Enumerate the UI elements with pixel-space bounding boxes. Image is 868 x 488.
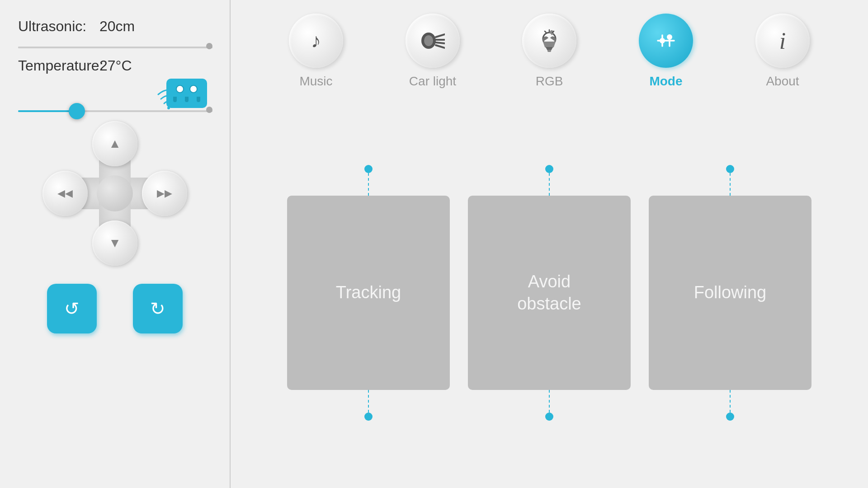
avoid-dot-top (545, 165, 553, 173)
avoid-line-top (549, 173, 550, 196)
turn-right-icon: ↻ (150, 298, 165, 319)
following-label: Following (694, 282, 767, 304)
down-arrow-icon: ▼ (108, 236, 121, 250)
tab-mode[interactable]: Mode (639, 14, 693, 89)
turn-left-icon: ↺ (64, 298, 80, 319)
left-arrow-icon: ◀◀ (57, 188, 73, 199)
following-line-bottom (730, 390, 731, 413)
music-icon: ♪ (311, 29, 321, 52)
avoid-obstacle-card-wrapper: Avoid obstacle (468, 165, 631, 421)
dpad: ▲ ▼ ◀◀ ▶▶ (42, 121, 187, 266)
svg-line-6 (436, 45, 445, 48)
avoid-dot-bottom (545, 413, 553, 421)
svg-line-3 (436, 34, 445, 37)
temperature-row: Temperature: 27°C (18, 57, 212, 74)
following-dot-bottom (726, 413, 734, 421)
about-icon: i (779, 28, 786, 54)
ultrasonic-row: Ultrasonic: 20cm (18, 18, 212, 35)
temperature-value: 27°C (99, 57, 132, 74)
tab-about[interactable]: i About (755, 14, 810, 89)
tracking-line-top (368, 173, 369, 196)
ultrasonic-slider[interactable] (18, 43, 212, 48)
tab-carlight-circle (406, 14, 460, 68)
ultrasonic-value: 20cm (99, 18, 135, 35)
volume-slider[interactable] (18, 110, 212, 112)
svg-rect-8 (547, 50, 551, 52)
tracking-dot-top (364, 165, 373, 173)
temperature-label: Temperature: (18, 57, 99, 74)
tab-mode-label: Mode (649, 74, 682, 89)
svg-line-11 (545, 31, 546, 33)
tab-music-circle: ♪ (289, 14, 343, 68)
turn-left-button[interactable]: ↺ (47, 284, 97, 333)
ultrasonic-label: Ultrasonic: (18, 18, 99, 35)
avoid-obstacle-card[interactable]: Avoid obstacle (468, 196, 631, 390)
dpad-up-button[interactable]: ▲ (92, 121, 137, 166)
tab-mode-circle (639, 14, 693, 68)
right-panel: ♪ Music Car light (231, 0, 868, 488)
tracking-card[interactable]: Tracking (287, 196, 450, 390)
tracking-card-wrapper: Tracking (287, 165, 450, 421)
tab-carlight[interactable]: Car light (406, 14, 460, 89)
following-card-wrapper: Following (649, 165, 811, 421)
tracking-line-bottom (368, 390, 369, 413)
svg-line-5 (436, 42, 445, 43)
tracking-label: Tracking (336, 282, 401, 304)
tab-bar: ♪ Music Car light (231, 0, 868, 98)
tab-rgb[interactable]: RGB (522, 14, 576, 89)
dpad-down-button[interactable]: ▼ (92, 221, 137, 266)
dpad-center (97, 175, 133, 211)
action-buttons: ↺ ↻ (18, 284, 212, 333)
mode-icon (653, 31, 679, 51)
tab-about-circle: i (755, 14, 810, 68)
rgb-icon (538, 28, 560, 53)
tab-music-label: Music (299, 74, 332, 89)
tab-carlight-label: Car light (409, 74, 456, 89)
tracking-dot-bottom (364, 413, 373, 421)
following-line-top (730, 173, 731, 196)
svg-point-16 (667, 34, 672, 40)
tab-rgb-label: RGB (536, 74, 563, 89)
right-arrow-icon: ▶▶ (157, 188, 172, 199)
up-arrow-icon: ▲ (108, 136, 121, 151)
dpad-right-button[interactable]: ▶▶ (142, 171, 187, 216)
tab-music[interactable]: ♪ Music (289, 14, 343, 89)
slider-track-1 (18, 47, 212, 48)
turn-right-button[interactable]: ↻ (133, 284, 183, 333)
dpad-container: ▲ ▼ ◀◀ ▶▶ (18, 121, 212, 266)
tab-about-label: About (766, 74, 799, 89)
slider-thumb[interactable] (69, 103, 85, 119)
svg-point-2 (424, 35, 433, 46)
svg-point-14 (660, 38, 665, 43)
tab-rgb-circle (522, 14, 576, 68)
avoid-obstacle-label: Avoid obstacle (517, 271, 581, 315)
carlight-icon (420, 31, 445, 51)
following-card[interactable]: Following (649, 196, 811, 390)
robot-icon (166, 79, 207, 108)
mode-cards-area: Tracking Avoid obstacle Following (231, 98, 868, 488)
avoid-line-bottom (549, 390, 550, 413)
left-panel: Ultrasonic: 20cm Temperature: 27°C (0, 0, 231, 488)
following-dot-top (726, 165, 734, 173)
dpad-left-button[interactable]: ◀◀ (42, 171, 88, 216)
